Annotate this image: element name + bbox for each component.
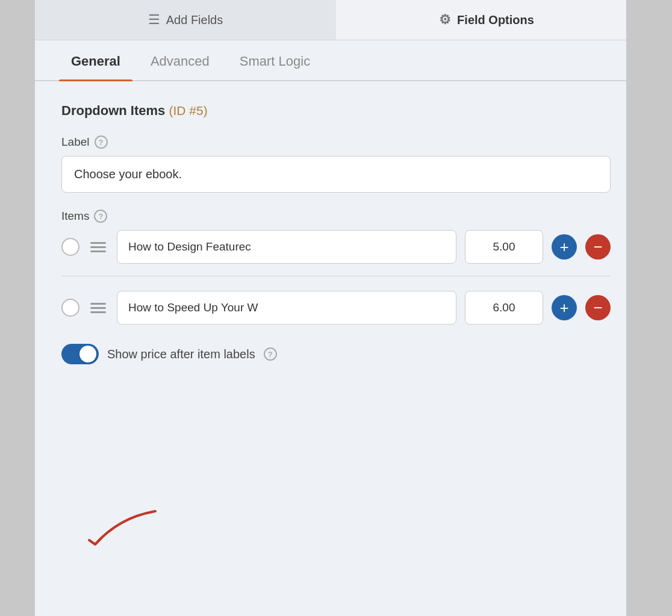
tab-add-fields-label: Add Fields	[166, 13, 223, 27]
item-radio-2[interactable]	[61, 299, 79, 317]
sub-tabs: General Advanced Smart Logic	[35, 40, 637, 81]
label-help-icon[interactable]: ?	[95, 135, 108, 149]
item-row: + −	[61, 291, 611, 325]
show-price-toggle[interactable]	[61, 344, 99, 364]
remove-item-button-2[interactable]: −	[585, 295, 611, 320]
tab-general-label: General	[71, 54, 120, 69]
tab-add-fields[interactable]: ☰ Add Fields	[35, 0, 336, 40]
tab-general[interactable]: General	[59, 40, 132, 80]
content-area: Dropdown Items (ID #5) Label ? Items ?	[35, 81, 637, 388]
list-icon: ☰	[148, 12, 160, 28]
item-text-input-2[interactable]	[117, 291, 456, 325]
item-separator	[61, 276, 611, 276]
drag-line	[90, 303, 106, 305]
show-price-help-icon[interactable]: ?	[264, 347, 277, 361]
item-row: + −	[61, 230, 611, 264]
label-text: Label	[61, 135, 90, 149]
header-tabs: ☰ Add Fields ⚙ Field Options	[35, 0, 637, 40]
drag-line	[90, 307, 106, 309]
items-field-label: Items ?	[61, 210, 611, 223]
drag-handle-2[interactable]	[88, 300, 108, 316]
show-price-toggle-row: Show price after item labels ?	[61, 344, 611, 364]
arrow-svg	[71, 505, 167, 553]
drag-line	[90, 311, 106, 313]
tab-advanced-label: Advanced	[151, 54, 210, 69]
tab-smart-logic-label: Smart Logic	[240, 54, 310, 69]
id-badge: (ID #5)	[169, 104, 207, 117]
toggle-knob	[79, 346, 96, 362]
scrollbar-area[interactable]	[626, 0, 637, 616]
show-price-label: Show price after item labels	[107, 347, 255, 361]
arrow-annotation	[71, 505, 167, 556]
item-text-input-1[interactable]	[117, 230, 456, 264]
remove-item-button-1[interactable]: −	[585, 234, 611, 260]
tab-field-options-label: Field Options	[457, 13, 534, 27]
item-price-input-1[interactable]	[465, 230, 543, 264]
drag-line	[90, 242, 106, 244]
items-help-icon[interactable]: ?	[94, 210, 107, 223]
drag-handle-1[interactable]	[88, 240, 108, 255]
tab-advanced[interactable]: Advanced	[138, 40, 222, 80]
tab-smart-logic[interactable]: Smart Logic	[228, 40, 322, 80]
section-title-text: Dropdown Items	[61, 103, 165, 118]
label-input[interactable]	[61, 156, 611, 193]
items-label-text: Items	[61, 210, 89, 223]
drag-line	[90, 250, 106, 252]
item-price-input-2[interactable]	[465, 291, 543, 325]
tab-field-options[interactable]: ⚙ Field Options	[336, 0, 637, 40]
sliders-icon: ⚙	[439, 12, 451, 28]
item-radio-1[interactable]	[61, 238, 79, 256]
section-title: Dropdown Items (ID #5)	[61, 103, 611, 119]
add-item-button-2[interactable]: +	[552, 295, 577, 320]
add-item-button-1[interactable]: +	[552, 234, 577, 260]
label-field-label: Label ?	[61, 135, 611, 149]
label-field-group: Label ?	[61, 135, 611, 193]
drag-line	[90, 246, 106, 248]
items-section: Items ? + −	[61, 210, 611, 325]
